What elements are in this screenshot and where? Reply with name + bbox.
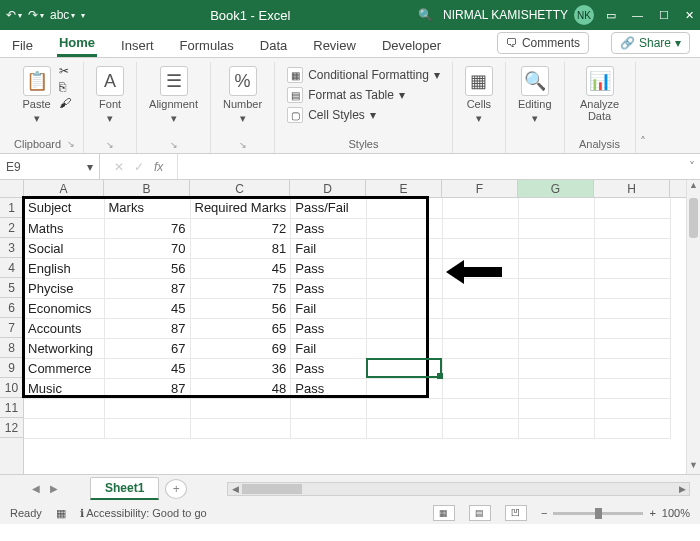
cut-icon[interactable]: ✂ bbox=[59, 64, 71, 78]
cell[interactable] bbox=[367, 198, 443, 218]
cell[interactable] bbox=[367, 218, 443, 238]
tab-developer[interactable]: Developer bbox=[380, 38, 443, 57]
analyze-data-button[interactable]: 📊Analyze Data bbox=[573, 64, 627, 124]
cell[interactable] bbox=[519, 298, 595, 318]
collapse-ribbon-icon[interactable]: ˄ bbox=[636, 62, 650, 153]
cell[interactable] bbox=[595, 258, 671, 278]
cell[interactable] bbox=[367, 318, 443, 338]
cell[interactable] bbox=[443, 218, 519, 238]
cell[interactable] bbox=[367, 398, 443, 418]
autosave-toggle[interactable]: abc▾ bbox=[50, 8, 75, 22]
font-button[interactable]: AFont▾ bbox=[92, 64, 128, 127]
row-headers[interactable]: 123456789101112 bbox=[0, 198, 24, 474]
cell[interactable] bbox=[104, 398, 190, 418]
cell[interactable] bbox=[519, 278, 595, 298]
minimize-button[interactable]: — bbox=[632, 9, 643, 21]
tab-home[interactable]: Home bbox=[57, 35, 97, 57]
account-label[interactable]: NIRMAL KAMISHETTY NK bbox=[443, 5, 594, 25]
cell[interactable] bbox=[519, 338, 595, 358]
cell[interactable]: English bbox=[24, 258, 104, 278]
cell[interactable] bbox=[367, 338, 443, 358]
cell[interactable] bbox=[104, 418, 190, 438]
cell[interactable] bbox=[519, 318, 595, 338]
cell[interactable] bbox=[595, 318, 671, 338]
cell[interactable] bbox=[595, 218, 671, 238]
redo-button[interactable]: ↷▾ bbox=[28, 8, 44, 22]
sheet-nav[interactable]: ◀▶ bbox=[0, 483, 90, 494]
cell[interactable] bbox=[190, 418, 291, 438]
cell[interactable]: Pass bbox=[291, 258, 367, 278]
row-header-11[interactable]: 11 bbox=[0, 398, 23, 418]
row-header-6[interactable]: 6 bbox=[0, 298, 23, 318]
close-button[interactable]: ✕ bbox=[685, 9, 694, 22]
spreadsheet-grid[interactable]: ABCDEFGH 123456789101112 SubjectMarksReq… bbox=[0, 180, 700, 502]
row-header-10[interactable]: 10 bbox=[0, 378, 23, 398]
alignment-dialog-icon[interactable]: ↘ bbox=[170, 140, 178, 150]
cell[interactable] bbox=[595, 358, 671, 378]
cell[interactable]: Pass/Fail bbox=[291, 198, 367, 218]
cell[interactable]: Pass bbox=[291, 278, 367, 298]
row-header-4[interactable]: 4 bbox=[0, 258, 23, 278]
cell[interactable]: Subject bbox=[24, 198, 104, 218]
search-icon[interactable]: 🔍 bbox=[415, 5, 435, 25]
cell[interactable] bbox=[443, 318, 519, 338]
cell[interactable]: 67 bbox=[104, 338, 190, 358]
view-pagebreak-button[interactable]: 凹 bbox=[505, 505, 527, 521]
select-all-corner[interactable] bbox=[0, 180, 24, 198]
zoom-out-button[interactable]: − bbox=[541, 507, 547, 519]
cell[interactable] bbox=[367, 358, 443, 378]
cell[interactable]: Accounts bbox=[24, 318, 104, 338]
col-header-H[interactable]: H bbox=[594, 180, 670, 197]
share-button[interactable]: 🔗 Share ▾ bbox=[611, 32, 690, 54]
fx-icon[interactable]: fx bbox=[154, 160, 163, 174]
cell-styles-button[interactable]: ▢Cell Styles ▾ bbox=[287, 106, 440, 124]
cell[interactable]: 87 bbox=[104, 378, 190, 398]
cell[interactable] bbox=[519, 398, 595, 418]
cell[interactable]: 45 bbox=[190, 258, 291, 278]
cell[interactable]: 81 bbox=[190, 238, 291, 258]
cell[interactable]: 65 bbox=[190, 318, 291, 338]
cell[interactable] bbox=[367, 298, 443, 318]
cell[interactable]: Fail bbox=[291, 298, 367, 318]
cell[interactable]: 76 bbox=[104, 218, 190, 238]
cell[interactable] bbox=[595, 398, 671, 418]
cell[interactable]: 69 bbox=[190, 338, 291, 358]
cell[interactable] bbox=[291, 418, 367, 438]
cell[interactable]: Fail bbox=[291, 338, 367, 358]
zoom-level[interactable]: 100% bbox=[662, 507, 690, 519]
col-header-C[interactable]: C bbox=[190, 180, 290, 197]
cell[interactable] bbox=[519, 358, 595, 378]
view-layout-button[interactable]: ▤ bbox=[469, 505, 491, 521]
cell[interactable] bbox=[443, 198, 519, 218]
col-header-F[interactable]: F bbox=[442, 180, 518, 197]
cell[interactable] bbox=[443, 418, 519, 438]
cell[interactable] bbox=[443, 238, 519, 258]
column-headers[interactable]: ABCDEFGH bbox=[24, 180, 686, 198]
cell[interactable] bbox=[595, 298, 671, 318]
cell[interactable]: Pass bbox=[291, 318, 367, 338]
cell[interactable] bbox=[24, 418, 104, 438]
tab-file[interactable]: File bbox=[10, 38, 35, 57]
cell[interactable]: 72 bbox=[190, 218, 291, 238]
cancel-formula-icon[interactable]: ✕ bbox=[114, 160, 124, 174]
cell[interactable]: Economics bbox=[24, 298, 104, 318]
qat-customize-icon[interactable]: ▾ bbox=[81, 11, 85, 20]
cell[interactable] bbox=[519, 218, 595, 238]
font-dialog-icon[interactable]: ↘ bbox=[106, 140, 114, 150]
cell[interactable]: Commerce bbox=[24, 358, 104, 378]
editing-button[interactable]: 🔍Editing▾ bbox=[514, 64, 556, 127]
col-header-A[interactable]: A bbox=[24, 180, 104, 197]
cell[interactable]: Pass bbox=[291, 218, 367, 238]
cell[interactable] bbox=[443, 338, 519, 358]
cell[interactable] bbox=[595, 238, 671, 258]
name-box[interactable]: E9▾ bbox=[0, 154, 100, 179]
format-as-table-button[interactable]: ▤Format as Table ▾ bbox=[287, 86, 440, 104]
cell[interactable]: Music bbox=[24, 378, 104, 398]
cell[interactable]: 36 bbox=[190, 358, 291, 378]
cell[interactable] bbox=[519, 418, 595, 438]
cell[interactable]: Marks bbox=[104, 198, 190, 218]
copy-icon[interactable]: ⎘ bbox=[59, 80, 71, 94]
cell[interactable]: Phycise bbox=[24, 278, 104, 298]
conditional-formatting-button[interactable]: ▦Conditional Formatting ▾ bbox=[287, 66, 440, 84]
cell[interactable] bbox=[291, 398, 367, 418]
